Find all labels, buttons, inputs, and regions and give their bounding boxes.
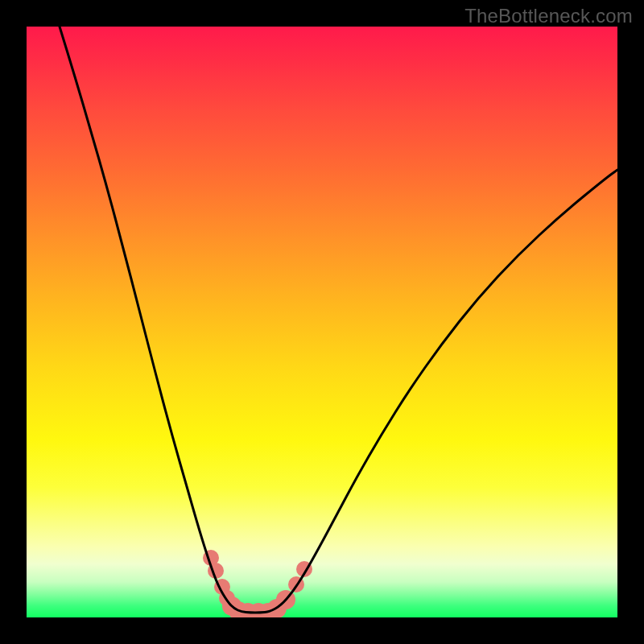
watermark-text: TheBottleneck.com [464,5,633,27]
plot-area [27,27,617,617]
curve-svg [27,27,617,617]
marker-dots-group [203,550,312,617]
bottleneck-curve-path [60,27,617,613]
chart-frame: TheBottleneck.com [0,0,644,644]
